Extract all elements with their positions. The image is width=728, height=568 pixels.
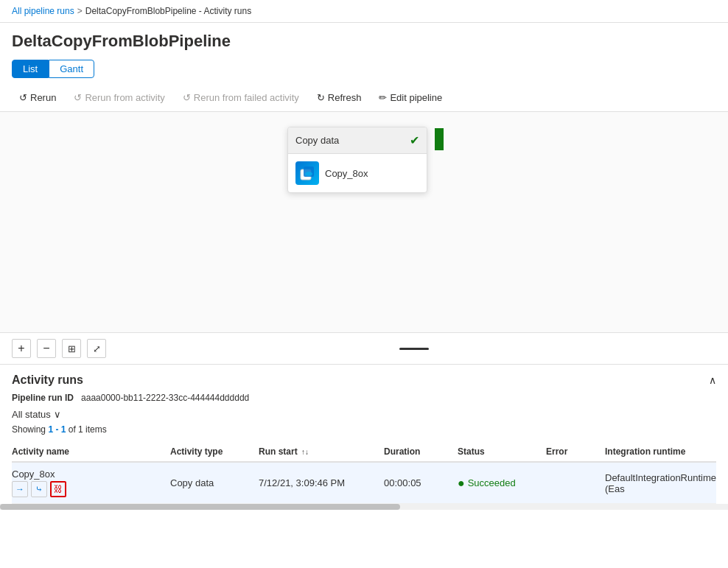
table-row[interactable]: Copy_8ox → ⤷ ⛓ Copy data 7/12/21, 3:09:4… — [12, 463, 716, 504]
popup-item-name: Copy_8ox — [325, 168, 368, 179]
toolbar: ↺ Rerun ↺ Rerun from activity ↺ Rerun fr… — [0, 84, 728, 112]
activity-type-cell: Copy data — [170, 477, 259, 488]
edit-pipeline-label: Edit pipeline — [390, 92, 442, 103]
activity-runs-section: Activity runs ∧ Pipeline run ID aaaa0000… — [0, 365, 728, 504]
activity-popup-card: Copy data ✔ Copy_8ox — [287, 127, 427, 193]
list-toggle-button[interactable]: List — [12, 60, 49, 78]
sort-icon: ↑↓ — [301, 448, 309, 456]
fit-to-screen-button[interactable]: ⊞ — [62, 339, 81, 358]
refresh-button[interactable]: ↻ Refresh — [309, 88, 369, 107]
breadcrumb-separator: > — [77, 6, 83, 16]
collapse-button[interactable]: ∧ — [709, 374, 716, 386]
duration-cell: 00:00:05 — [384, 477, 458, 488]
scrollbar-thumb — [0, 504, 400, 510]
pipeline-run-label: Pipeline run ID — [12, 393, 74, 403]
rerun-from-activity-button[interactable]: ↺ Rerun from activity — [66, 88, 172, 107]
gantt-toggle-button[interactable]: Gantt — [49, 60, 94, 78]
success-dot-icon: ● — [458, 477, 465, 490]
rerun-from-activity-icon: ↺ — [74, 92, 82, 103]
col-header-duration: Duration — [384, 446, 458, 457]
status-filter-dropdown[interactable]: All status ∨ — [12, 409, 716, 420]
col-header-error: Error — [546, 446, 605, 457]
svg-point-2 — [305, 172, 312, 176]
breadcrumb-current-page: DeltaCopyFromBlobPipeline - Activity run… — [85, 6, 251, 16]
run-start-cell: 7/12/21, 3:09:46 PM — [259, 477, 384, 488]
input-action-icon[interactable]: → — [12, 481, 28, 497]
details-action-icon[interactable]: ⛓ — [50, 481, 66, 497]
canvas-area: Copy data ✔ Copy_8ox — [0, 112, 728, 333]
refresh-label: Refresh — [328, 92, 362, 103]
rerun-from-activity-label: Rerun from activity — [85, 92, 164, 103]
col-header-activity-type: Activity type — [170, 446, 259, 457]
col-header-integration-runtime: Integration runtime — [605, 446, 716, 457]
col-header-activity-name: Activity name — [12, 446, 170, 457]
breadcrumb: All pipeline runs > DeltaCopyFromBlobPip… — [0, 0, 728, 23]
popup-card-title: Copy data — [295, 135, 339, 146]
horizontal-scrollbar[interactable] — [0, 504, 728, 510]
canvas-scrollbar[interactable] — [112, 348, 716, 350]
activity-runs-title: Activity runs — [12, 374, 83, 387]
status-cell: ● Succeeded — [458, 477, 546, 490]
copy-data-icon — [295, 161, 319, 185]
activity-name-text: Copy_8ox — [12, 469, 170, 480]
col-header-status: Status — [458, 446, 546, 457]
breadcrumb-all-pipeline-runs[interactable]: All pipeline runs — [12, 6, 74, 16]
status-text: Succeeded — [468, 477, 516, 488]
table-header: Activity name Activity type Run start ↑↓… — [12, 442, 716, 463]
popup-status-icon: ✔ — [410, 133, 419, 147]
canvas-controls: + − ⊞ ⤢ — [0, 333, 728, 365]
rerun-button[interactable]: ↺ Rerun — [12, 88, 63, 107]
output-action-icon[interactable]: ⤷ — [31, 481, 47, 497]
activity-status-indicator — [435, 128, 444, 150]
rerun-icon: ↺ — [19, 92, 27, 103]
page-title: DeltaCopyFromBlobPipeline — [0, 23, 728, 57]
chevron-down-icon: ∨ — [54, 409, 61, 420]
pipeline-run-id-row: Pipeline run ID aaaa0000-bb11-2222-33cc-… — [12, 393, 716, 403]
rerun-from-failed-button[interactable]: ↺ Rerun from failed activity — [175, 88, 307, 107]
expand-button[interactable]: ⤢ — [87, 339, 106, 358]
view-toggle: List Gantt — [0, 57, 728, 84]
edit-pipeline-button[interactable]: ✏ Edit pipeline — [371, 88, 449, 107]
scroll-thumb — [399, 348, 429, 350]
showing-count: 1 - 1 — [48, 424, 66, 435]
activity-name-cell: Copy_8ox → ⤷ ⛓ — [12, 469, 170, 497]
activity-runs-header: Activity runs ∧ — [12, 374, 716, 387]
edit-icon: ✏ — [379, 92, 387, 103]
showing-text: Showing 1 - 1 of 1 items — [12, 424, 716, 435]
rerun-from-failed-icon: ↺ — [183, 92, 191, 103]
action-icons-row: → ⤷ ⛓ — [12, 481, 170, 497]
rerun-from-failed-label: Rerun from failed activity — [194, 92, 299, 103]
pipeline-run-value: aaaa0000-bb11-2222-33cc-444444dddddd — [81, 393, 249, 403]
status-filter-label: All status — [12, 409, 51, 420]
zoom-out-button[interactable]: − — [37, 339, 56, 358]
refresh-icon: ↻ — [317, 92, 325, 103]
rerun-label: Rerun — [30, 92, 56, 103]
popup-card-body: Copy_8ox — [288, 154, 427, 192]
popup-card-header: Copy data ✔ — [288, 127, 427, 154]
zoom-in-button[interactable]: + — [12, 339, 31, 358]
integration-runtime-cell: DefaultIntegrationRuntime (Eas — [605, 472, 716, 494]
col-header-run-start[interactable]: Run start ↑↓ — [259, 446, 384, 457]
